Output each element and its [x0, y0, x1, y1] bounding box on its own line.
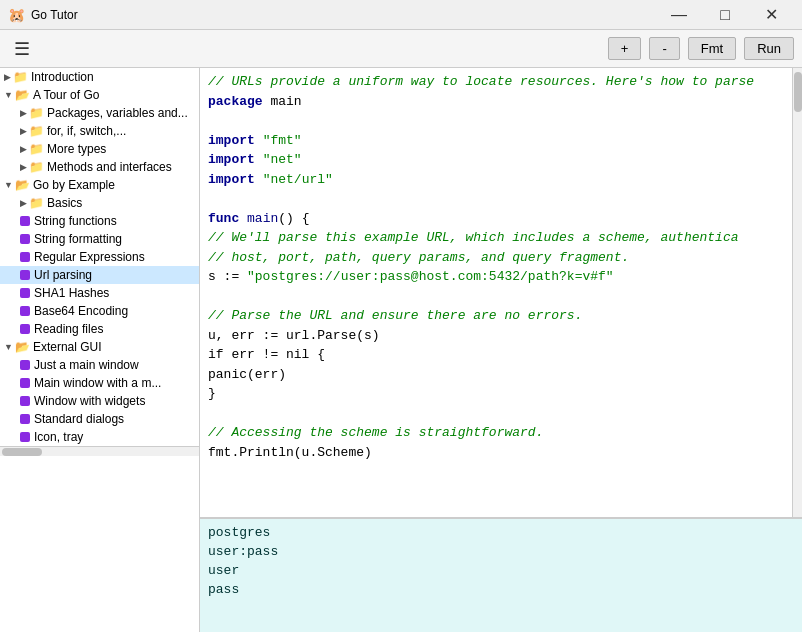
item-icon [20, 252, 30, 262]
title-bar: 🐹 Go Tutor — □ ✕ [0, 0, 802, 30]
output-line: user [208, 561, 794, 580]
expand-icon: ▶ [20, 126, 27, 136]
output-line: user:pass [208, 542, 794, 561]
item-icon [20, 288, 30, 298]
code-line: // Accessing the scheme is straightforwa… [208, 423, 784, 443]
code-line: // We'll parse this example URL, which i… [208, 228, 784, 248]
item-icon [20, 216, 30, 226]
sidebar-item-label: Regular Expressions [34, 250, 145, 264]
sidebar-item-base64-encoding[interactable]: Base64 Encoding [0, 302, 199, 320]
sidebar-item-string-functions[interactable]: String functions [0, 212, 199, 230]
run-button[interactable]: Run [744, 37, 794, 60]
code-line: u, err := url.Parse(s) [208, 326, 784, 346]
sidebar-item-label: Go by Example [33, 178, 115, 192]
code-line: func main() { [208, 209, 784, 229]
sidebar-item-url-parsing[interactable]: Url parsing [0, 266, 199, 284]
item-icon [20, 396, 30, 406]
sidebar-item-icon-tray[interactable]: Icon, tray [0, 428, 199, 446]
expand-icon: ▼ [4, 90, 13, 100]
sidebar-item-label: A Tour of Go [33, 88, 100, 102]
sidebar-item-label: for, if, switch,... [47, 124, 126, 138]
sidebar-item-label: Standard dialogs [34, 412, 124, 426]
sidebar-item-sha1-hashes[interactable]: SHA1 Hashes [0, 284, 199, 302]
code-line: import "net/url" [208, 170, 784, 190]
sidebar-item-external-gui[interactable]: ▼📂External GUI [0, 338, 199, 356]
code-line: fmt.Println(u.Scheme) [208, 443, 784, 463]
scrollbar-thumb [794, 72, 802, 112]
sidebar-item-label: Url parsing [34, 268, 92, 282]
item-icon [20, 360, 30, 370]
expand-icon: ▶ [20, 108, 27, 118]
code-line: } [208, 384, 784, 404]
folder-icon: 📁 [29, 106, 44, 120]
expand-icon: ▶ [20, 144, 27, 154]
folder-icon: 📁 [13, 70, 28, 84]
toolbar: ☰ + - Fmt Run [0, 30, 802, 68]
sidebar-item-more-types[interactable]: ▶📁More types [0, 140, 199, 158]
code-line: import "fmt" [208, 131, 784, 151]
sidebar-item-reading-files[interactable]: Reading files [0, 320, 199, 338]
sidebar-item-label: More types [47, 142, 106, 156]
fmt-button[interactable]: Fmt [688, 37, 736, 60]
title-bar-controls: — □ ✕ [656, 0, 794, 30]
output-line: pass [208, 580, 794, 599]
output-line: postgres [208, 523, 794, 542]
sidebar-item-packages[interactable]: ▶📁Packages, variables and... [0, 104, 199, 122]
sidebar-item-go-by-example[interactable]: ▼📂Go by Example [0, 176, 199, 194]
minus-button[interactable]: - [649, 37, 679, 60]
item-icon [20, 270, 30, 280]
code-line [208, 404, 784, 424]
sidebar[interactable]: ▶📁Introduction▼📂A Tour of Go▶📁Packages, … [0, 68, 200, 632]
sidebar-item-introduction[interactable]: ▶📁Introduction [0, 68, 199, 86]
sidebar-item-window-widgets[interactable]: Window with widgets [0, 392, 199, 410]
code-line: import "net" [208, 150, 784, 170]
folder-icon: 📁 [29, 160, 44, 174]
sidebar-item-standard-dialogs[interactable]: Standard dialogs [0, 410, 199, 428]
sidebar-item-label: Icon, tray [34, 430, 83, 444]
output-panel[interactable]: postgresuser:passuserpass [200, 517, 802, 632]
folder-icon: 📁 [29, 142, 44, 156]
content-area: // URLs provide a uniform way to locate … [200, 68, 802, 632]
sidebar-item-label: String functions [34, 214, 117, 228]
maximize-button[interactable]: □ [702, 0, 748, 30]
minimize-button[interactable]: — [656, 0, 702, 30]
plus-button[interactable]: + [608, 37, 642, 60]
item-icon [20, 324, 30, 334]
expand-icon: ▶ [20, 198, 27, 208]
sidebar-item-string-formatting[interactable]: String formatting [0, 230, 199, 248]
sidebar-item-label: Just a main window [34, 358, 139, 372]
scrollbar-vertical[interactable] [792, 68, 802, 517]
item-icon [20, 378, 30, 388]
title-bar-title: Go Tutor [31, 8, 656, 22]
code-line: // Parse the URL and ensure there are no… [208, 306, 784, 326]
menu-button[interactable]: ☰ [8, 34, 36, 64]
sidebar-scrollbar-h[interactable] [0, 446, 199, 456]
code-line: package main [208, 92, 784, 112]
sidebar-item-methods[interactable]: ▶📁Methods and interfaces [0, 158, 199, 176]
expand-icon: ▼ [4, 180, 13, 190]
sidebar-item-regular-expressions[interactable]: Regular Expressions [0, 248, 199, 266]
scrollbar-h-thumb [2, 448, 42, 456]
sidebar-item-just-a-main[interactable]: Just a main window [0, 356, 199, 374]
expand-icon: ▶ [20, 162, 27, 172]
sidebar-item-tour-of-go[interactable]: ▼📂A Tour of Go [0, 86, 199, 104]
folder-icon: 📁 [29, 124, 44, 138]
sidebar-item-main-window-m[interactable]: Main window with a m... [0, 374, 199, 392]
expand-icon: ▼ [4, 342, 13, 352]
code-line: if err != nil { [208, 345, 784, 365]
sidebar-item-basics[interactable]: ▶📁Basics [0, 194, 199, 212]
sidebar-item-label: String formatting [34, 232, 122, 246]
code-line: // URLs provide a uniform way to locate … [208, 72, 784, 92]
item-icon [20, 432, 30, 442]
code-editor[interactable]: // URLs provide a uniform way to locate … [200, 68, 792, 517]
item-icon [20, 414, 30, 424]
code-wrapper: // URLs provide a uniform way to locate … [200, 68, 802, 517]
sidebar-item-for-if[interactable]: ▶📁for, if, switch,... [0, 122, 199, 140]
item-icon [20, 306, 30, 316]
code-line: panic(err) [208, 365, 784, 385]
sidebar-item-label: Introduction [31, 70, 94, 84]
sidebar-item-label: Base64 Encoding [34, 304, 128, 318]
folder-icon: 📁 [29, 196, 44, 210]
folder-icon: 📂 [15, 340, 30, 354]
close-button[interactable]: ✕ [748, 0, 794, 30]
